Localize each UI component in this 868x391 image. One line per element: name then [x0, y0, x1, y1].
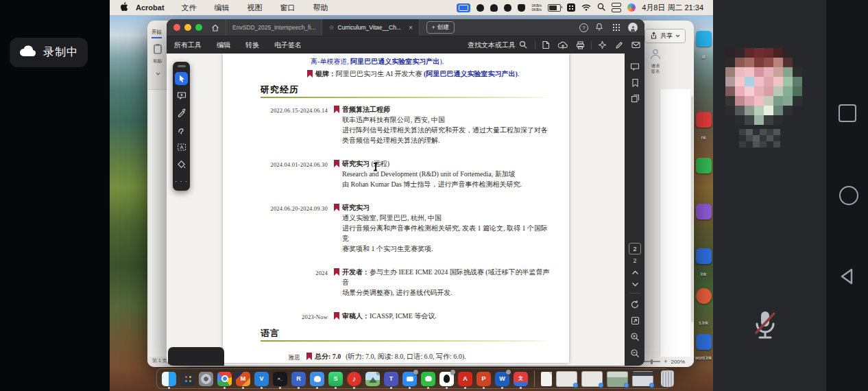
toolbar-item[interactable]: 电子签名	[267, 40, 309, 50]
dock-app-icon[interactable]	[217, 372, 232, 386]
recording-indicator[interactable]: 录制中	[10, 38, 88, 67]
create-tab-button[interactable]: + 创建	[426, 21, 455, 34]
cloud-upload-icon[interactable]	[554, 41, 572, 49]
siri-icon[interactable]	[627, 3, 636, 12]
pages-panel-icon[interactable]	[631, 94, 640, 103]
desktop-shortcut-icon[interactable]	[696, 248, 712, 264]
desktop-shortcut[interactable]	[695, 204, 712, 227]
dock-app-icon[interactable]: R	[291, 372, 306, 386]
minimized-window-thumbnail[interactable]	[556, 371, 577, 387]
dock-app-icon[interactable]: T	[384, 372, 398, 386]
dock-app-icon[interactable]: M	[236, 372, 250, 386]
word-scrollbar[interactable]	[691, 96, 693, 322]
menu-item[interactable]: 编辑	[206, 3, 239, 13]
next-page-chevron[interactable]	[631, 282, 639, 287]
status-app-icon-2[interactable]	[490, 4, 498, 12]
microphone-muted-button[interactable]	[751, 309, 779, 344]
bookmarks-panel-icon[interactable]	[631, 78, 639, 87]
share-button[interactable]: 共享	[644, 29, 686, 43]
dock-app-icon[interactable]: ♪	[347, 372, 361, 386]
tab-envsdd-document[interactable]: EnvSDD_2025_Interspeech_fi...	[226, 19, 322, 36]
input-method-icon[interactable]	[567, 3, 575, 12]
minimized-window-thumbnail[interactable]	[581, 371, 603, 387]
dock-app-icon[interactable]	[199, 372, 213, 386]
desktop-shortcut[interactable]: lnk	[695, 248, 712, 276]
apple-menu-icon[interactable]	[120, 2, 128, 13]
select-tool[interactable]	[175, 72, 188, 85]
add-comment-tool[interactable]	[175, 89, 188, 102]
desktop-shortcut[interactable]: al	[695, 31, 712, 59]
wifi-icon[interactable]	[581, 3, 591, 12]
ribbon-tab-home[interactable]: 开始	[152, 29, 162, 38]
close-window-button[interactable]	[173, 24, 180, 31]
document-view-area[interactable]: A · · · 离-单模赛道, 阿里巴巴通义实验室实习产出). 银牌：阿里巴巴实…	[167, 54, 625, 366]
minimized-window-thumbnail[interactable]	[607, 371, 628, 387]
dock-app-icon[interactable]: A	[458, 372, 472, 386]
draw-tool[interactable]	[175, 123, 188, 137]
toolbar-item[interactable]: 所有工具	[167, 40, 209, 50]
zoom-in-icon[interactable]	[630, 332, 640, 342]
ai-assistant-icon[interactable]	[594, 40, 611, 49]
desktop-shortcut-icon[interactable]	[696, 288, 712, 304]
palette-drag-handle[interactable]	[178, 65, 186, 67]
desktop-shortcut-icon[interactable]	[696, 31, 712, 47]
stamp-shapes-tool[interactable]	[175, 158, 188, 171]
home-icon[interactable]	[210, 23, 220, 32]
star-icon[interactable]: ☆	[328, 24, 334, 31]
dock-app-icon[interactable]	[365, 372, 380, 386]
dock-app-icon[interactable]	[402, 372, 417, 386]
dock-app-icon[interactable]	[439, 372, 454, 386]
desktop-shortcut[interactable]	[695, 158, 712, 181]
dock-app-icon[interactable]: >_	[273, 372, 287, 386]
email-envelope-icon[interactable]	[627, 41, 644, 49]
control-center-icon[interactable]	[612, 3, 621, 12]
screen-sharing-status-icon[interactable]	[457, 3, 470, 12]
fit-page-icon[interactable]	[631, 316, 640, 325]
recents-square-button[interactable]	[839, 104, 856, 122]
dock-app-icon[interactable]: W	[495, 372, 509, 386]
status-app-icon-3[interactable]	[518, 4, 525, 12]
apps-grid-icon[interactable]	[613, 24, 614, 25]
previous-page-chevron[interactable]	[631, 270, 639, 275]
desktop-shortcut[interactable]: nk	[695, 112, 712, 140]
add-text-tool[interactable]: A	[175, 141, 188, 154]
dock-app-icon[interactable]: 文	[514, 372, 528, 386]
toolbar-item[interactable]: 转换	[238, 40, 267, 50]
minimized-window-thumbnail[interactable]	[632, 371, 653, 387]
menu-item[interactable]: 视图	[239, 3, 272, 13]
menu-item[interactable]: 帮助	[304, 3, 337, 13]
status-app-icon-1[interactable]	[477, 4, 484, 12]
print-icon[interactable]	[572, 41, 589, 49]
menu-item[interactable]: 文件	[173, 3, 206, 13]
zoom-slider[interactable]	[644, 361, 660, 362]
highlight-pen-tool[interactable]	[175, 106, 188, 119]
current-page-input[interactable]: 2	[629, 243, 641, 254]
zoom-level[interactable]: 200%	[671, 359, 685, 365]
trash-icon[interactable]	[661, 370, 674, 387]
dock-app-icon[interactable]	[421, 372, 435, 386]
comments-panel-icon[interactable]	[630, 62, 640, 71]
menu-bar-clock[interactable]: 4月8日 周二 21:34	[642, 3, 703, 13]
menu-app-name[interactable]: Acrobat	[128, 3, 173, 12]
save-document-icon[interactable]	[538, 40, 554, 49]
desktop-shortcut-icon[interactable]	[696, 158, 712, 174]
desktop-shortcut-icon[interactable]	[696, 334, 712, 350]
notifications-bell-icon[interactable]	[595, 21, 603, 34]
zoom-in-button[interactable]: +	[664, 358, 667, 365]
zoom-window-button[interactable]	[195, 24, 202, 31]
tab-curriculum-vitae[interactable]: ☆ Curriculum_Vitae__Ch... ×	[322, 19, 419, 36]
dock-app-icon[interactable]	[162, 372, 176, 386]
pencil-edit-icon[interactable]	[611, 41, 627, 49]
account-avatar[interactable]	[628, 23, 638, 32]
rotate-page-icon[interactable]	[630, 300, 640, 309]
help-icon[interactable]: ?	[579, 23, 588, 32]
toolbar-item[interactable]: 编辑	[209, 40, 238, 50]
spotlight-search-icon[interactable]	[597, 3, 605, 12]
back-triangle-button[interactable]	[839, 268, 856, 288]
request-signature-button[interactable]: 请求 签名	[646, 48, 665, 74]
acrobat-window[interactable]: EnvSDD_2025_Interspeech_fi... ☆ Curricul…	[167, 19, 644, 366]
minimize-window-button[interactable]	[184, 24, 191, 31]
paste-button[interactable]: 粘贴	[149, 43, 166, 78]
more-tools[interactable]: · · ·	[175, 175, 188, 188]
dock-app-icon[interactable]: P	[477, 372, 491, 386]
